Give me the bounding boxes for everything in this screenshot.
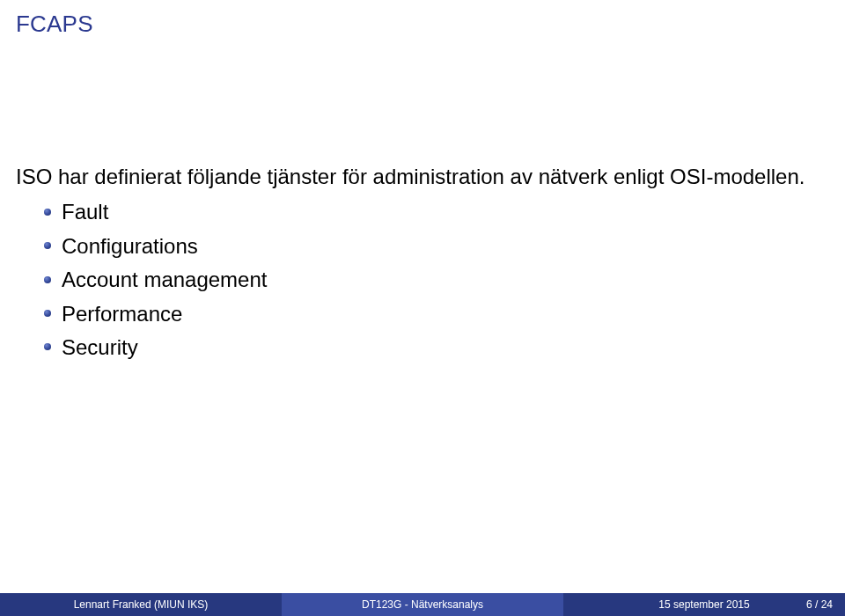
list-item: Security xyxy=(44,334,810,362)
list-item: Fault xyxy=(44,198,810,226)
bullet-list: Fault Configurations Account management … xyxy=(16,198,810,362)
footer-author: Lennart Franked (MIUN IKS) xyxy=(0,593,282,616)
slide-title: FCAPS xyxy=(16,11,93,38)
slide: FCAPS ISO har definierat följande tjänst… xyxy=(0,0,845,616)
footer-page: 6 / 24 xyxy=(806,593,833,616)
footer-title: DT123G - Nätverksanalys xyxy=(282,593,563,616)
footer-date: 15 september 2015 xyxy=(658,598,749,611)
list-item: Performance xyxy=(44,300,810,328)
intro-text: ISO har definierat följande tjänster för… xyxy=(16,163,810,191)
footer-bar: Lennart Franked (MIUN IKS) DT123G - Nätv… xyxy=(0,593,845,616)
list-item: Account management xyxy=(44,266,810,294)
footer-date-seg: 15 september 2015 6 / 24 xyxy=(563,593,845,616)
list-item: Configurations xyxy=(44,232,810,260)
slide-body: ISO har definierat följande tjänster för… xyxy=(16,163,810,367)
